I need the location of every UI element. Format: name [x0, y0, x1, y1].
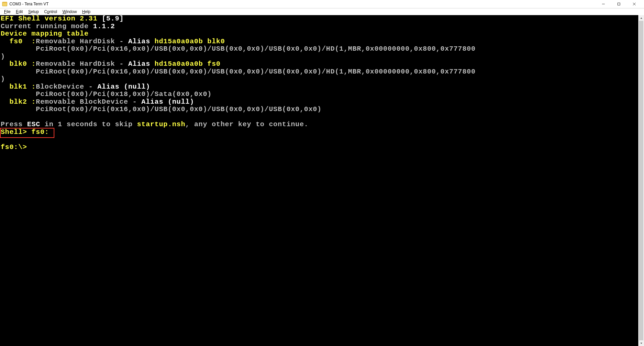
blk2-type: Removable BlockDevice -: [36, 98, 141, 106]
terminal[interactable]: EFI Shell version 2.31 [5.9] Current run…: [0, 15, 638, 346]
shell-version-prefix: EFI Shell version 2.31: [1, 15, 102, 22]
menu-file[interactable]: File: [1, 9, 13, 15]
mode-value: 1.1.2: [93, 22, 115, 30]
blk0-paren: ): [1, 75, 5, 83]
blk1-alias-label: Alias: [97, 83, 124, 91]
blk0-alias: hd15a0a0a0b fs0: [155, 60, 221, 68]
terminal-area: EFI Shell version 2.31 [5.9] Current run…: [0, 15, 644, 346]
blk1-type: BlockDevice -: [36, 83, 97, 91]
fs0-paren: ): [1, 53, 5, 60]
close-button[interactable]: [627, 0, 642, 8]
blk2-label: blk2 :: [1, 98, 36, 106]
press-mid: in 1 seconds to skip: [40, 120, 137, 128]
blk2-alias-label: Alias: [141, 98, 168, 106]
maximize-button[interactable]: [611, 0, 627, 8]
menu-control-label: Control: [44, 9, 57, 14]
press-prefix: Press: [1, 120, 27, 128]
blk0-alias-label: Alias: [128, 60, 155, 68]
shell-cmd: fs0:: [32, 128, 49, 136]
svg-rect-3: [618, 3, 620, 5]
menu-bar: File Edit Setup Control Window Help: [0, 8, 644, 15]
mapping-header: Device mapping table: [1, 30, 89, 38]
menu-window[interactable]: Window: [60, 9, 80, 15]
scroll-track[interactable]: [638, 21, 644, 340]
title-bar[interactable]: COM3 - Tera Term VT: [0, 0, 644, 8]
window-title: COM3 - Tera Term VT: [9, 2, 49, 6]
fs0-label: fs0 :: [1, 38, 36, 45]
svg-rect-1: [2, 2, 7, 3]
fs0-alias: hd15a0a0a0b blk0: [155, 38, 225, 45]
press-suffix: , any other key to continue.: [185, 120, 308, 128]
svg-marker-6: [640, 17, 642, 19]
vertical-scrollbar[interactable]: [638, 15, 644, 346]
blk1-label: blk1 :: [1, 83, 36, 91]
blk0-type: Removable HardDisk -: [36, 60, 128, 68]
fs0-prompt: fs0:\>: [1, 143, 32, 151]
app-icon: [2, 1, 7, 7]
blk2-path: PciRoot(0x0)/Pci(0x16,0x0)/USB(0x0,0x0)/…: [1, 105, 321, 113]
window-root: COM3 - Tera Term VT File Edit Setup Cont…: [0, 0, 644, 346]
menu-help[interactable]: Help: [80, 9, 93, 15]
shell-prompt: Shell>: [1, 128, 32, 136]
menu-setup[interactable]: Setup: [26, 9, 41, 15]
blk0-label: blk0 :: [1, 60, 36, 68]
window-controls: [596, 0, 642, 8]
menu-edit[interactable]: Edit: [13, 9, 26, 15]
svg-marker-7: [640, 343, 642, 344]
minimize-button[interactable]: [596, 0, 611, 8]
scroll-up-button[interactable]: [638, 15, 644, 21]
mode-label: Current running mode: [1, 22, 93, 30]
fs0-type: Removable HardDisk -: [36, 38, 128, 45]
press-file: startup.nsh: [137, 120, 185, 128]
blk2-alias: (null): [168, 98, 194, 106]
blk1-path: PciRoot(0x0)/Pci(0x18,0x0)/Sata(0x0,0x0): [1, 90, 212, 98]
fs0-alias-label: Alias: [128, 38, 155, 45]
shell-version-bracket: [5.9]: [102, 15, 124, 22]
menu-control[interactable]: Control: [41, 9, 60, 15]
scroll-thumb[interactable]: [639, 21, 643, 340]
blk0-path: PciRoot(0x0)/Pci(0x16,0x0)/USB(0x0,0x0)/…: [1, 68, 476, 76]
blk1-alias: (null): [124, 83, 150, 91]
fs0-path: PciRoot(0x0)/Pci(0x16,0x0)/USB(0x0,0x0)/…: [1, 45, 476, 53]
scroll-down-button[interactable]: [638, 340, 644, 346]
press-esc: ESC: [27, 120, 40, 128]
